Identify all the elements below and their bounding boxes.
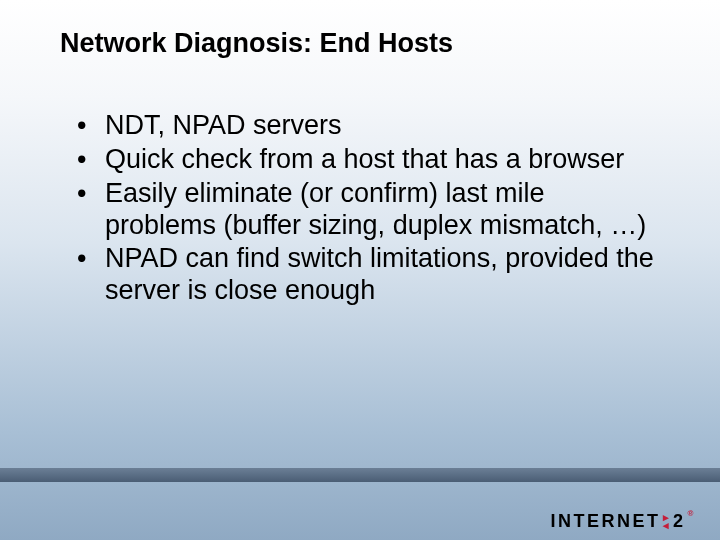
list-item: NDT, NPAD servers — [75, 110, 655, 142]
logo-word-right: 2 — [673, 511, 686, 532]
slide-title: Network Diagnosis: End Hosts — [60, 28, 660, 59]
bullet-list: NDT, NPAD servers Quick check from a hos… — [75, 110, 655, 309]
logo-arrows-icon: ▸ ◂ — [663, 513, 672, 529]
list-item: NPAD can find switch limitations, provid… — [75, 243, 655, 307]
slide: Network Diagnosis: End Hosts NDT, NPAD s… — [0, 0, 720, 540]
list-item: Quick check from a host that has a brows… — [75, 144, 655, 176]
logo-text: INTERNET ▸ ◂ 2 ® — [551, 511, 696, 532]
logo-word-left: INTERNET — [551, 511, 661, 532]
footer-divider — [0, 468, 720, 482]
registered-icon: ® — [688, 509, 696, 518]
list-item: Easily eliminate (or confirm) last mile … — [75, 178, 655, 242]
arrow-left-icon: ◂ — [663, 521, 672, 529]
internet2-logo: INTERNET ▸ ◂ 2 ® — [551, 511, 696, 532]
